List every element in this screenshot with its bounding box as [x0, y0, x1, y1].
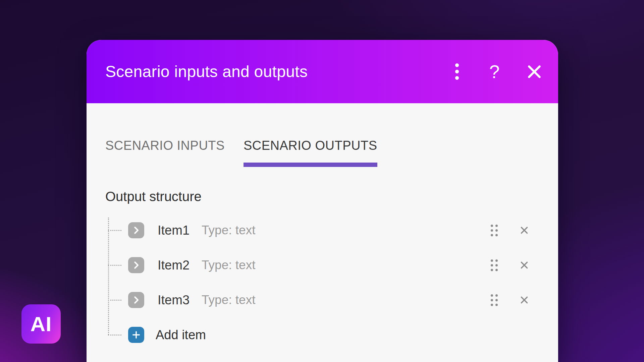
tree-guide-line — [108, 218, 109, 335]
remove-icon — [519, 294, 530, 306]
dialog-title: Scenario inputs and outputs — [105, 62, 450, 81]
header-actions: ? — [450, 62, 543, 82]
dialog-body: SCENARIO INPUTS SCENARIO OUTPUTS Output … — [87, 138, 558, 352]
ai-logo-text: AI — [31, 312, 52, 336]
tab-label: SCENARIO INPUTS — [105, 138, 225, 153]
dialog-header: Scenario inputs and outputs ? — [87, 40, 558, 103]
item-name: Item1 — [158, 223, 190, 238]
remove-item-button[interactable] — [519, 225, 530, 236]
expand-item-button[interactable] — [128, 222, 144, 238]
output-item-row: Item2 Type: text — [108, 248, 539, 283]
remove-icon — [519, 259, 530, 271]
item-name: Item3 — [158, 293, 190, 307]
drag-handle-icon[interactable] — [491, 225, 498, 236]
output-item-row: Item1 Type: text — [108, 213, 539, 248]
drag-handle-icon[interactable] — [491, 294, 498, 306]
row-actions — [491, 294, 530, 306]
active-tab-underline — [244, 163, 377, 167]
kebab-menu-icon — [455, 63, 459, 80]
tree-connector — [108, 335, 121, 336]
tree-connector — [108, 230, 121, 231]
tab-underline — [105, 163, 225, 167]
tree-connector — [108, 265, 121, 266]
tab-label: SCENARIO OUTPUTS — [244, 138, 377, 153]
expand-item-button[interactable] — [128, 257, 144, 273]
ai-logo: AI — [21, 304, 61, 344]
menu-button[interactable] — [450, 62, 464, 82]
add-item-row: Add item — [108, 317, 539, 352]
tab-scenario-inputs[interactable]: SCENARIO INPUTS — [105, 138, 225, 167]
row-actions — [491, 225, 530, 236]
help-icon: ? — [489, 62, 499, 81]
close-icon — [525, 63, 543, 81]
chevron-right-icon — [131, 295, 141, 305]
output-item-row: Item3 Type: text — [108, 283, 539, 317]
tab-scenario-outputs[interactable]: SCENARIO OUTPUTS — [244, 138, 377, 167]
item-type-label: Type: text — [202, 258, 255, 272]
expand-item-button[interactable] — [128, 292, 144, 308]
item-type-label: Type: text — [202, 293, 255, 307]
remove-item-button[interactable] — [519, 259, 530, 271]
item-type-label: Type: text — [202, 223, 255, 237]
plus-icon — [128, 327, 144, 343]
help-button[interactable]: ? — [488, 62, 501, 82]
item-name: Item2 — [158, 258, 190, 273]
section-title: Output structure — [105, 189, 539, 204]
add-item-button[interactable]: Add item — [128, 327, 206, 343]
output-structure-tree: Item1 Type: text — [108, 213, 539, 352]
close-button[interactable] — [525, 62, 543, 82]
drag-handle-icon[interactable] — [491, 259, 498, 271]
remove-icon — [519, 225, 530, 236]
tab-bar: SCENARIO INPUTS SCENARIO OUTPUTS — [105, 138, 539, 167]
chevron-right-icon — [131, 260, 141, 270]
add-item-label: Add item — [156, 328, 206, 342]
row-actions — [491, 259, 530, 271]
remove-item-button[interactable] — [519, 294, 530, 306]
scenario-io-dialog: Scenario inputs and outputs ? SCENARIO I… — [87, 40, 558, 362]
tree-connector — [108, 300, 121, 301]
chevron-right-icon — [131, 225, 141, 235]
